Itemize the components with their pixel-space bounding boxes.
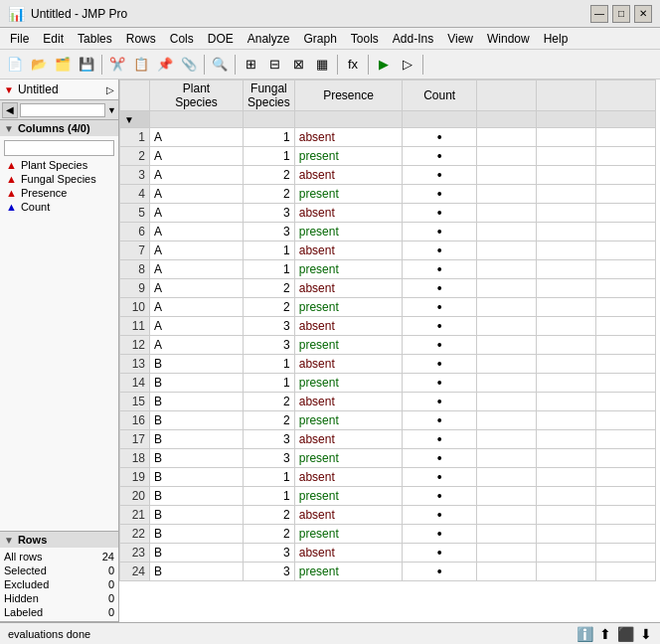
col-header-count[interactable]: Count (403, 80, 477, 111)
menu-addins[interactable]: Add-Ins (387, 30, 439, 48)
cell-presence[interactable]: absent (294, 279, 403, 298)
cell-count[interactable]: • (403, 355, 477, 374)
table-row[interactable]: 10 A 2 present • (120, 298, 656, 317)
cell-count[interactable]: • (403, 223, 477, 242)
cell-count[interactable]: • (403, 242, 477, 260)
cell-plant[interactable]: B (150, 449, 244, 468)
cell-plant[interactable]: B (150, 487, 244, 506)
table-row[interactable]: 3 A 2 absent • (120, 166, 656, 185)
cell-plant[interactable]: A (150, 223, 244, 242)
formula-button[interactable]: fx (342, 54, 364, 76)
cell-presence[interactable]: absent (294, 317, 403, 336)
table-row[interactable]: 14 B 1 present • (120, 374, 656, 393)
cell-plant[interactable]: A (150, 242, 244, 260)
table-row[interactable]: 12 A 3 present • (120, 336, 656, 355)
scroll-up-icon[interactable]: ⬆ (599, 626, 611, 642)
table-row[interactable]: 1 A 1 absent • (120, 128, 656, 147)
table-row[interactable]: 20 B 1 present • (120, 487, 656, 506)
menu-file[interactable]: File (4, 30, 35, 48)
cell-plant[interactable]: A (150, 128, 244, 147)
cell-presence[interactable]: present (294, 525, 403, 544)
col-header-plant[interactable]: PlantSpecies (150, 80, 244, 111)
table-row[interactable]: 23 B 3 absent • (120, 544, 656, 563)
cell-presence[interactable]: absent (294, 204, 403, 223)
cell-presence[interactable]: present (294, 336, 403, 355)
menu-edit[interactable]: Edit (37, 30, 70, 48)
run-button[interactable]: ▶ (373, 54, 395, 76)
cell-count[interactable]: • (403, 468, 477, 487)
columns-header[interactable]: ▼ Columns (4/0) (0, 120, 118, 136)
right-panel[interactable]: PlantSpecies FungalSpecies Presence Coun… (119, 80, 660, 622)
table-row[interactable]: 9 A 2 absent • (120, 279, 656, 298)
cell-count[interactable]: • (403, 525, 477, 544)
cell-count[interactable]: • (403, 449, 477, 468)
cell-presence[interactable]: absent (294, 166, 403, 185)
cell-count[interactable]: • (403, 166, 477, 185)
col-item-fungal-species[interactable]: ▲ Fungal Species (0, 172, 118, 186)
cell-count[interactable]: • (403, 204, 477, 223)
cell-presence[interactable]: present (294, 147, 403, 166)
cell-count[interactable]: • (403, 317, 477, 336)
scroll-down-icon[interactable]: ⬇ (640, 626, 652, 642)
cell-fungal[interactable]: 2 (244, 393, 295, 411)
cell-plant[interactable]: B (150, 468, 244, 487)
menu-help[interactable]: Help (538, 30, 575, 48)
open2-button[interactable]: 🗂️ (52, 54, 74, 76)
rows-header[interactable]: ▼ Rows (0, 532, 118, 548)
minimize-button[interactable]: — (590, 5, 608, 23)
cell-count[interactable]: • (403, 506, 477, 525)
table-row[interactable]: 6 A 3 present • (120, 223, 656, 242)
cell-fungal[interactable]: 2 (244, 525, 295, 544)
col-header-fungal[interactable]: FungalSpecies (244, 80, 295, 111)
row-filter-icon[interactable]: ▼ (124, 114, 134, 125)
cell-plant[interactable]: B (150, 430, 244, 449)
menu-analyze[interactable]: Analyze (242, 30, 296, 48)
table-row[interactable]: 18 B 3 present • (120, 449, 656, 468)
menu-graph[interactable]: Graph (297, 30, 342, 48)
cell-plant[interactable]: A (150, 298, 244, 317)
cell-fungal[interactable]: 3 (244, 204, 295, 223)
cell-plant[interactable]: A (150, 204, 244, 223)
run2-button[interactable]: ▷ (397, 54, 418, 76)
table-row[interactable]: 4 A 2 present • (120, 185, 656, 204)
scroll-track[interactable] (20, 103, 105, 117)
table-row[interactable]: 11 A 3 absent • (120, 317, 656, 336)
cell-fungal[interactable]: 1 (244, 487, 295, 506)
cell-fungal[interactable]: 2 (244, 298, 295, 317)
columns-search-input[interactable] (4, 140, 114, 156)
cell-count[interactable]: • (403, 298, 477, 317)
new-button[interactable]: 📄 (4, 54, 26, 76)
menu-tables[interactable]: Tables (72, 30, 118, 48)
cell-fungal[interactable]: 1 (244, 468, 295, 487)
cell-presence[interactable]: present (294, 185, 403, 204)
cell-count[interactable]: • (403, 279, 477, 298)
save-button[interactable]: 💾 (76, 54, 97, 76)
cell-count[interactable]: • (403, 128, 477, 147)
cell-fungal[interactable]: 1 (244, 147, 295, 166)
menu-window[interactable]: Window (481, 30, 536, 48)
table-row[interactable]: 7 A 1 absent • (120, 242, 656, 260)
cell-count[interactable]: • (403, 336, 477, 355)
table-row[interactable]: 16 B 2 present • (120, 411, 656, 430)
cell-fungal[interactable]: 3 (244, 449, 295, 468)
cell-plant[interactable]: A (150, 147, 244, 166)
cell-count[interactable]: • (403, 393, 477, 411)
cell-plant[interactable]: B (150, 544, 244, 563)
cell-plant[interactable]: B (150, 506, 244, 525)
scroll-left-button[interactable]: ◀ (2, 102, 18, 118)
cell-count[interactable]: • (403, 430, 477, 449)
cell-plant[interactable]: A (150, 317, 244, 336)
cell-presence[interactable]: absent (294, 128, 403, 147)
table-row[interactable]: 13 B 1 absent • (120, 355, 656, 374)
menu-cols[interactable]: Cols (164, 30, 200, 48)
cell-plant[interactable]: B (150, 411, 244, 430)
close-button[interactable]: ✕ (634, 5, 652, 23)
window-controls[interactable]: — □ ✕ (590, 5, 652, 23)
paste2-button[interactable]: 📎 (178, 54, 200, 76)
cell-plant[interactable]: B (150, 355, 244, 374)
table-row[interactable]: 8 A 1 present • (120, 260, 656, 279)
cell-fungal[interactable]: 2 (244, 411, 295, 430)
menu-view[interactable]: View (441, 30, 479, 48)
cell-presence[interactable]: present (294, 487, 403, 506)
cell-fungal[interactable]: 2 (244, 166, 295, 185)
